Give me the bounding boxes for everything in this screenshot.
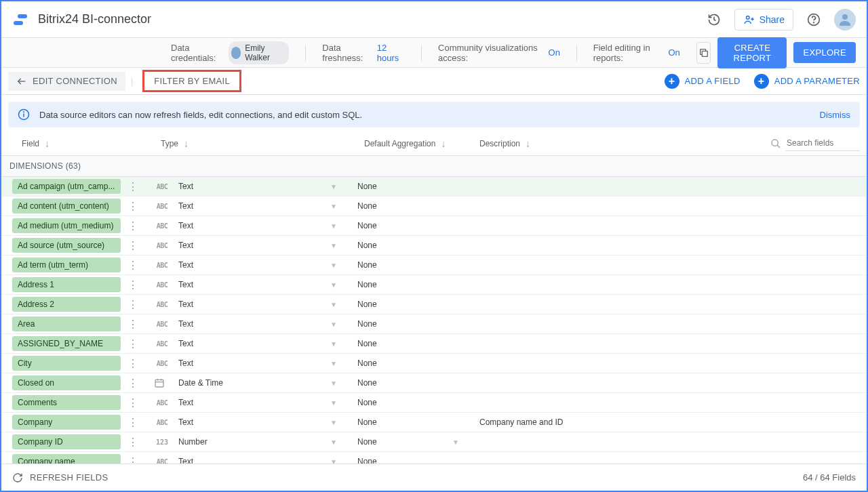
field-chip[interactable]: Company name — [12, 454, 121, 464]
kebab-icon[interactable]: ⋮ — [127, 298, 137, 311]
kebab-icon[interactable]: ⋮ — [127, 220, 137, 232]
table-row[interactable]: Company⋮ABCText▼NoneCompany name and ID — [1, 413, 867, 432]
table-row[interactable]: Address 2⋮ABCText▼None — [1, 295, 867, 314]
app-logo-icon — [12, 12, 28, 28]
refresh-fields-button[interactable]: REFRESH FIELDS — [12, 472, 108, 483]
text-type-icon: ABC — [154, 399, 170, 407]
text-type-icon: ABC — [154, 360, 170, 367]
type-label: Text — [178, 182, 193, 191]
table-row[interactable]: Closed on⋮Date & Time▼None — [1, 373, 867, 393]
field-chip[interactable]: Address 2 — [12, 297, 121, 312]
chevron-down-icon[interactable]: ▼ — [330, 399, 337, 407]
data-freshness[interactable]: Data freshness: 12 hours — [322, 43, 405, 63]
field-editing[interactable]: Field editing in reports: On — [593, 43, 680, 63]
table-row[interactable]: Ad content (utm_content)⋮ABCText▼None — [1, 197, 867, 216]
chevron-down-icon[interactable]: ▼ — [330, 458, 337, 464]
field-chip[interactable]: City — [12, 356, 121, 371]
kebab-icon[interactable]: ⋮ — [127, 436, 137, 449]
kebab-icon[interactable]: ⋮ — [127, 200, 137, 213]
kebab-icon[interactable]: ⋮ — [127, 396, 137, 409]
field-chip[interactable]: Comments — [12, 395, 121, 410]
chevron-down-icon[interactable]: ▼ — [330, 321, 337, 328]
aggregation-label: None — [357, 300, 377, 309]
chevron-down-icon[interactable]: ▼ — [330, 281, 337, 289]
table-row[interactable]: Area⋮ABCText▼None — [1, 314, 867, 334]
history-icon[interactable] — [702, 7, 726, 32]
table-row[interactable]: Ad medium (utm_medium)⋮ABCText▼None — [1, 216, 867, 236]
chevron-down-icon[interactable]: ▼ — [330, 301, 337, 308]
field-chip[interactable]: Ad source (utm_source) — [12, 238, 121, 253]
field-chip[interactable]: Area — [12, 316, 121, 331]
table-row[interactable]: Ad campaign (utm_camp...⋮ABCText▼None — [1, 177, 867, 197]
kebab-icon[interactable]: ⋮ — [127, 455, 137, 464]
type-label: Text — [178, 358, 193, 368]
share-button[interactable]: Share — [734, 9, 793, 30]
col-header-field[interactable]: Field↓ — [8, 138, 161, 149]
chevron-down-icon[interactable]: ▼ — [330, 183, 337, 190]
add-parameter-button[interactable]: + ADD A PARAMETER — [754, 74, 860, 89]
table-row[interactable]: Ad source (utm_source)⋮ABCText▼None — [1, 236, 867, 255]
table-row[interactable]: Company name⋮ABCText▼None — [1, 452, 867, 464]
col-header-type[interactable]: Type↓ — [161, 138, 364, 149]
table-row[interactable]: City⋮ABCText▼None — [1, 354, 867, 373]
aggregation-label: None — [357, 378, 377, 388]
field-chip[interactable]: Company — [12, 415, 121, 430]
dimensions-section-header: DIMENSIONS (63) — [1, 156, 867, 177]
chevron-down-icon[interactable]: ▼ — [330, 262, 337, 269]
edit-connection-button[interactable]: EDIT CONNECTION — [8, 72, 125, 91]
table-row[interactable]: Ad term (utm_term)⋮ABCText▼None — [1, 255, 867, 275]
table-row[interactable]: ASSIGNED_BY_NAME⋮ABCText▼None — [1, 334, 867, 354]
field-chip[interactable]: Ad content (utm_content) — [12, 199, 121, 213]
text-type-icon: ABC — [154, 321, 170, 328]
explore-button[interactable]: EXPLORE — [793, 42, 856, 63]
dismiss-button[interactable]: Dismiss — [820, 110, 851, 120]
aggregation-label: None — [357, 339, 377, 348]
text-type-icon: ABC — [154, 458, 170, 464]
type-label: Text — [178, 300, 193, 309]
kebab-icon[interactable]: ⋮ — [127, 279, 137, 291]
field-chip[interactable]: Ad medium (utm_medium) — [12, 218, 121, 233]
chevron-down-icon[interactable]: ▼ — [330, 419, 337, 426]
data-credentials[interactable]: Data credentials: Emily Walker — [171, 41, 289, 64]
table-row[interactable]: Address 1⋮ABCText▼None — [1, 275, 867, 295]
kebab-icon[interactable]: ⋮ — [127, 337, 137, 350]
kebab-icon[interactable]: ⋮ — [127, 239, 137, 252]
kebab-icon[interactable]: ⋮ — [127, 377, 137, 390]
search-input[interactable] — [785, 136, 860, 151]
help-icon[interactable] — [802, 7, 826, 32]
create-report-button[interactable]: CREATE REPORT — [717, 37, 787, 68]
kebab-icon[interactable]: ⋮ — [127, 318, 137, 331]
chevron-down-icon[interactable]: ▼ — [330, 222, 337, 230]
sub-header: Data credentials: Emily Walker Data fres… — [1, 38, 867, 68]
field-chip[interactable]: Ad term (utm_term) — [12, 258, 121, 272]
chevron-down-icon[interactable]: ▼ — [452, 438, 459, 446]
chevron-down-icon[interactable]: ▼ — [330, 360, 337, 367]
kebab-icon[interactable]: ⋮ — [127, 259, 137, 272]
aggregation-label: None — [357, 398, 377, 407]
kebab-icon[interactable]: ⋮ — [127, 180, 137, 193]
chevron-down-icon[interactable]: ▼ — [330, 242, 337, 249]
chevron-down-icon[interactable]: ▼ — [330, 203, 337, 210]
field-chip[interactable]: Ad campaign (utm_camp... — [12, 179, 121, 194]
table-row[interactable]: Comments⋮ABCText▼None — [1, 393, 867, 413]
user-avatar[interactable] — [834, 9, 856, 30]
copy-icon[interactable] — [696, 42, 711, 64]
field-chip[interactable]: Address 1 — [12, 277, 121, 292]
search-icon — [770, 138, 781, 149]
col-header-description[interactable]: Description↓ — [479, 138, 656, 149]
text-type-icon: ABC — [154, 301, 170, 308]
chevron-down-icon[interactable]: ▼ — [330, 380, 337, 387]
kebab-icon[interactable]: ⋮ — [127, 357, 137, 370]
community-viz-access[interactable]: Community visualizations access: On — [438, 43, 560, 63]
field-chip[interactable]: Company ID — [12, 434, 121, 449]
col-header-aggregation[interactable]: Default Aggregation↓ — [364, 138, 479, 149]
field-chip[interactable]: ASSIGNED_BY_NAME — [12, 336, 121, 351]
page-title: Bitrix24 BI-connector — [38, 12, 702, 26]
table-row[interactable]: Company ID⋮123Number▼None▼ — [1, 432, 867, 452]
chevron-down-icon[interactable]: ▼ — [330, 438, 337, 446]
add-field-button[interactable]: + ADD A FIELD — [665, 74, 741, 89]
filter-by-email-button[interactable]: FILTER BY EMAIL — [142, 70, 241, 92]
chevron-down-icon[interactable]: ▼ — [330, 340, 337, 348]
field-chip[interactable]: Closed on — [12, 375, 121, 390]
kebab-icon[interactable]: ⋮ — [127, 416, 137, 429]
